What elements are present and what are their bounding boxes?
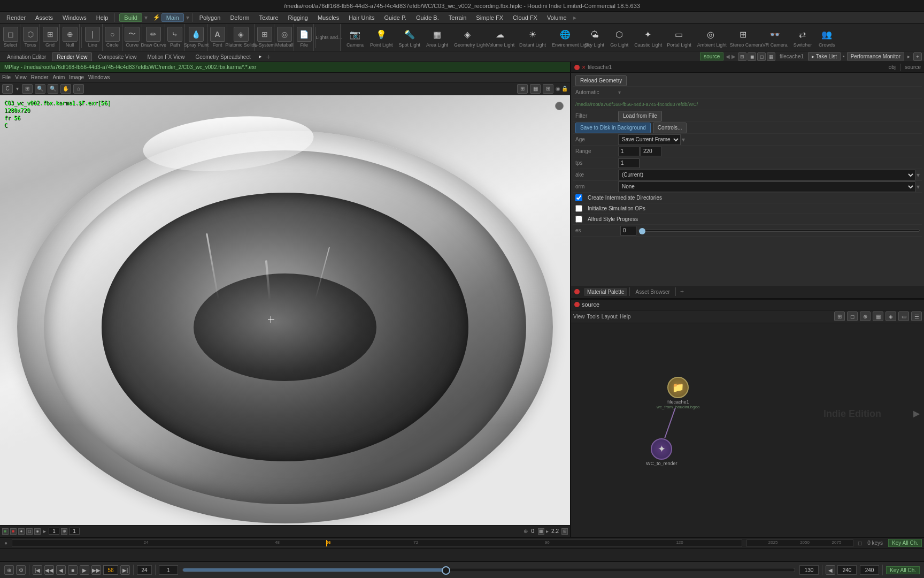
file-icon[interactable]: 📄 — [297, 27, 312, 42]
take-select[interactable]: (Current) — [618, 170, 915, 180]
end-frame-input[interactable] — [641, 147, 662, 156]
ng-btn-2[interactable]: ◻ — [847, 311, 858, 321]
tool-line[interactable]: | Line — [83, 24, 103, 51]
menu-muscles[interactable]: Muscles — [313, 13, 343, 22]
alfred-style-checkbox[interactable] — [575, 216, 582, 223]
build-arrow[interactable]: ▾ — [144, 14, 148, 21]
tab-composite-view[interactable]: Composite View — [93, 52, 141, 61]
pb-step-back-btn[interactable]: ◀◀ — [44, 565, 54, 575]
pb-fps-input[interactable]: 24 — [137, 565, 152, 575]
substeps-input[interactable] — [618, 158, 640, 168]
ng-menu-tools[interactable]: Tools — [587, 314, 599, 320]
jobs-slider-thumb[interactable] — [639, 228, 645, 234]
source-selector[interactable]: source — [700, 52, 723, 60]
curve-icon[interactable]: 〜 — [125, 27, 140, 42]
tool-drawcurve[interactable]: ✏ Draw Curve — [143, 24, 165, 51]
save-frame-arrow[interactable]: ▾ — [682, 136, 685, 143]
torus-icon[interactable]: ⬡ — [23, 27, 38, 42]
mplay-grid-btn3[interactable]: ⊞ — [543, 84, 553, 94]
pb-skip-end-btn[interactable]: ▶| — [120, 565, 130, 575]
menu-windows[interactable]: Windows — [58, 13, 91, 22]
ng-menu-layout[interactable]: Layout — [602, 314, 618, 320]
menu-cloudfx[interactable]: Cloud FX — [509, 13, 542, 22]
mplay-btn-a[interactable]: ● — [18, 528, 25, 535]
mplay-btn-c[interactable]: ◈ — [34, 528, 41, 535]
tool-spotlight[interactable]: 🔦 Spot Light — [396, 26, 424, 49]
tool-path[interactable]: ⤷ Path — [166, 24, 185, 51]
mplay-fit-btn[interactable]: ⊞ — [22, 84, 33, 94]
tool-vrcam[interactable]: 👓 VR Camera — [760, 26, 790, 49]
tool-causticlight[interactable]: ✦ Caustic Light — [632, 26, 664, 49]
tool-select[interactable]: ◻ Select — [1, 24, 20, 51]
tool-circle[interactable]: ○ Circle — [103, 24, 122, 51]
tool-font[interactable]: A Font — [208, 24, 227, 51]
metaball-icon[interactable]: ◎ — [277, 27, 292, 42]
tab-geometry-spreadsheet[interactable]: Geometry Spreadsheet — [190, 52, 255, 61]
key-all-btn[interactable]: Key All Ch. — [888, 539, 922, 547]
ng-menu-view[interactable]: View — [573, 314, 585, 320]
pb-play-fwd-btn[interactable]: ▶ — [80, 565, 89, 575]
mplay-menu-anim[interactable]: Anim — [52, 74, 65, 80]
drawcurve-icon[interactable]: ✏ — [146, 27, 161, 42]
mplay-btn-b[interactable]: ◻ — [26, 528, 33, 535]
null-icon[interactable]: ⊕ — [63, 27, 78, 42]
line-icon[interactable]: | — [85, 27, 100, 42]
pb-start-frame-input[interactable] — [159, 565, 178, 575]
mplay-pan[interactable]: ✋ — [60, 84, 71, 94]
mplay-btn-d[interactable]: ⊕ — [61, 528, 67, 535]
pb-range-thumb[interactable] — [442, 566, 450, 575]
menu-render[interactable]: Render — [2, 13, 30, 22]
mat-add-btn[interactable]: + — [680, 288, 684, 295]
mplay-green-btn[interactable]: ■ — [2, 528, 9, 535]
build-button[interactable]: Build — [119, 13, 142, 22]
pb-stop2-btn[interactable]: ■ — [68, 565, 78, 575]
tl-right-btn[interactable]: ◻ — [856, 540, 864, 546]
main-arrow[interactable]: ▾ — [186, 14, 189, 21]
tool-pointlight[interactable]: 💡 Point Light — [367, 26, 396, 49]
tool-camera[interactable]: 📷 Camera — [343, 26, 367, 49]
menu-simplefx[interactable]: Simple FX — [472, 13, 507, 22]
tool-lsystem[interactable]: ⊞ L-System — [255, 24, 274, 51]
mplay-menu-image[interactable]: Image — [69, 74, 84, 80]
viewer-btn-1[interactable]: ⊞ — [738, 52, 746, 61]
menu-deform[interactable]: Deform — [226, 13, 253, 22]
tool-stereocam[interactable]: ⊞ Stereo Camera — [727, 26, 759, 49]
save-frame-select[interactable]: Save Current Frame Save Range — [618, 134, 681, 145]
menu-hairunits[interactable]: Hair Units — [344, 13, 379, 22]
mplay-home[interactable]: ⌂ — [73, 84, 84, 94]
pb-end-frame-input[interactable] — [799, 565, 819, 575]
init-sim-checkbox[interactable] — [575, 205, 582, 212]
tool-distantlight[interactable]: ☀ Distant Light — [517, 26, 549, 49]
select-icon[interactable]: ◻ — [3, 27, 18, 42]
ng-btn-1[interactable]: ⊞ — [834, 311, 845, 321]
path-icon[interactable]: ⤷ — [167, 27, 182, 42]
pb-stop-btn[interactable]: ⊕ — [4, 565, 14, 575]
pb-play-back-btn[interactable]: ◀ — [56, 565, 66, 575]
node-wc-to-render[interactable]: ✦ WC_to_render — [646, 438, 677, 466]
menu-guidep[interactable]: Guide P. — [380, 13, 411, 22]
menu-volume[interactable]: Volume — [543, 13, 571, 22]
override-arrow[interactable]: ▾ — [917, 183, 920, 191]
font-icon[interactable]: A — [210, 27, 225, 42]
override-select[interactable]: None — [618, 181, 915, 192]
tool-grid[interactable]: ⊞ Grid — [41, 24, 60, 51]
take-arrow[interactable]: ▾ — [917, 171, 920, 179]
jobs-input[interactable] — [620, 226, 636, 235]
tool-volumelight[interactable]: ☁ Volume Light — [484, 26, 516, 49]
tool-geometrylight[interactable]: ◈ Geometry Light — [451, 26, 483, 49]
start-frame-input[interactable] — [618, 147, 640, 156]
menu-rigging[interactable]: Rigging — [284, 13, 312, 22]
viewer-btn-2[interactable]: ◼ — [748, 52, 756, 61]
pb-right-btn1[interactable]: ◀ — [826, 565, 835, 575]
add-tab-button[interactable]: + — [263, 51, 274, 62]
mplay-zoom-in[interactable]: 🔍 — [35, 84, 45, 94]
circle-icon[interactable]: ○ — [105, 27, 120, 42]
save-to-disk-button[interactable]: Save to Disk in Background — [575, 123, 651, 133]
pb-settings-btn[interactable]: ⚙ — [16, 565, 26, 575]
reload-geometry-button[interactable]: Reload Geometry — [575, 75, 627, 86]
menu-terrain[interactable]: Terrain — [444, 13, 471, 22]
mplay-grid-btn1[interactable]: ⊞ — [517, 84, 528, 94]
ng-btn-3[interactable]: ⊕ — [860, 311, 871, 321]
tool-spraypaint[interactable]: 💧 Spray Paint — [186, 24, 207, 51]
mplay-btn-f[interactable]: ⊞ — [561, 528, 568, 535]
